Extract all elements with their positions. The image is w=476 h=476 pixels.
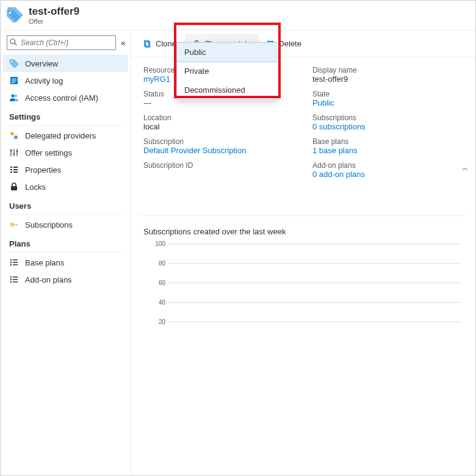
svg-point-29 [10, 259, 12, 261]
field-label: Subscription [143, 137, 294, 146]
chart-tick-label: 100 [151, 240, 165, 247]
svg-rect-22 [13, 169, 18, 170]
field-label: State [312, 90, 463, 98]
svg-point-4 [11, 61, 12, 62]
sidebar-section-settings: Settings [3, 106, 128, 125]
button-label: Clone [156, 39, 176, 48]
svg-point-1 [9, 12, 12, 15]
svg-point-9 [12, 95, 15, 98]
location-value: local [143, 122, 294, 131]
list-icon [9, 275, 19, 284]
sidebar-item-overview[interactable]: Overview [3, 55, 128, 72]
sidebar-item-label: Overview [25, 59, 58, 68]
svg-point-12 [14, 135, 18, 139]
svg-rect-23 [10, 171, 12, 173]
search-icon [9, 38, 18, 46]
field-label: Add-on plans [312, 161, 463, 170]
svg-point-35 [10, 276, 12, 278]
activity-log-icon [9, 76, 19, 85]
svg-rect-19 [10, 167, 12, 168]
dropdown-item-public[interactable]: Public [176, 42, 279, 62]
properties-icon [9, 165, 19, 175]
field-label: Base plans [312, 137, 463, 146]
dropdown-item-decommissioned[interactable]: Decommissioned [177, 81, 278, 99]
subscriptions-link[interactable]: 0 subscriptions [312, 122, 463, 131]
chart-section: Subscriptions created over the last week… [139, 215, 468, 341]
page-title: test-offer9 [29, 5, 79, 18]
chart-gridline [168, 283, 461, 283]
svg-rect-25 [11, 186, 17, 190]
page-subtitle: Offer [29, 18, 79, 25]
svg-point-39 [10, 281, 12, 283]
sidebar-item-label: Add-on plans [25, 275, 72, 284]
sidebar-item-label: Access control (IAM) [25, 93, 98, 103]
field-label: Subscriptions [312, 114, 463, 122]
sidebar-item-label: Base plans [25, 258, 64, 267]
sidebar-item-access-control[interactable]: Access control (IAM) [3, 89, 128, 106]
chart-tick-label: 80 [151, 260, 165, 267]
subscription-link[interactable]: Default Provider Subscription [143, 146, 294, 155]
collapse-details-icon[interactable]: ︽ [462, 164, 468, 172]
button-label: Delete [278, 39, 301, 48]
svg-rect-7 [12, 81, 16, 81]
sidebar-item-label: Locks [25, 182, 46, 192]
sidebar-item-subscriptions[interactable]: Subscriptions [3, 216, 128, 233]
sidebar-item-label: Subscriptions [25, 220, 73, 229]
sidebar-item-label: Activity log [25, 76, 63, 85]
svg-rect-21 [10, 169, 12, 170]
chart-gridline [168, 263, 461, 264]
sidebar-item-addon-plans[interactable]: Add-on plans [3, 271, 128, 288]
svg-line-3 [15, 43, 17, 46]
svg-point-33 [10, 264, 12, 265]
subscriptions-chart: 20406080100 [151, 243, 463, 341]
collapse-sidebar-icon[interactable]: « [120, 38, 127, 48]
copy-icon [143, 40, 152, 48]
sidebar-section-plans: Plans [3, 233, 128, 252]
svg-rect-20 [13, 167, 18, 168]
people-icon [9, 93, 19, 103]
sidebar-item-label: Delegated providers [25, 131, 96, 140]
sidebar-item-locks[interactable]: Locks [3, 178, 128, 195]
svg-rect-17 [13, 153, 15, 154]
chart-tick-label: 20 [151, 319, 165, 325]
sidebar-item-activity-log[interactable]: Activity log [3, 72, 128, 89]
sidebar-section-users: Users [3, 195, 128, 214]
sliders-icon [9, 148, 19, 157]
field-label: Subscription ID [143, 161, 294, 170]
change-state-dropdown: Public Private Decommissioned [176, 42, 279, 100]
page-header: test-offer9 Offer [1, 1, 475, 31]
display-name-value: test-offer9 [312, 74, 463, 84]
sidebar-item-label: Offer settings [25, 148, 72, 157]
sidebar-item-label: Properties [25, 165, 61, 175]
sidebar-item-delegated-providers[interactable]: Delegated providers [3, 127, 128, 144]
lock-icon [9, 182, 19, 192]
svg-rect-34 [13, 264, 18, 265]
svg-rect-16 [10, 150, 12, 151]
field-label: Display name [312, 66, 463, 74]
svg-rect-24 [13, 171, 18, 173]
title-block: test-offer9 Offer [29, 5, 79, 25]
sidebar-item-properties[interactable]: Properties [3, 161, 128, 178]
chart-tick-label: 40 [151, 299, 165, 306]
svg-rect-40 [13, 281, 18, 283]
sidebar: « Overview Activity log Access control (… [1, 31, 131, 476]
svg-rect-28 [16, 224, 18, 226]
addon-plans-link[interactable]: 0 add-on plans [312, 170, 463, 179]
base-plans-link[interactable]: 1 base plans [312, 146, 463, 155]
search-input[interactable] [7, 35, 116, 50]
svg-rect-36 [13, 276, 18, 278]
sidebar-item-offer-settings[interactable]: Offer settings [3, 144, 128, 161]
svg-rect-38 [13, 279, 18, 280]
chart-tick-label: 60 [151, 279, 165, 286]
offer-tag-icon [7, 5, 24, 23]
chart-gridline [168, 302, 461, 303]
svg-rect-30 [13, 259, 18, 261]
chart-gridline [168, 243, 461, 244]
list-icon [9, 258, 19, 267]
svg-point-11 [10, 132, 14, 135]
state-link[interactable]: Public [312, 98, 463, 107]
svg-rect-32 [13, 262, 18, 263]
dropdown-item-private[interactable]: Private [177, 62, 278, 81]
sidebar-item-base-plans[interactable]: Base plans [3, 254, 128, 271]
key-icon [9, 220, 19, 229]
